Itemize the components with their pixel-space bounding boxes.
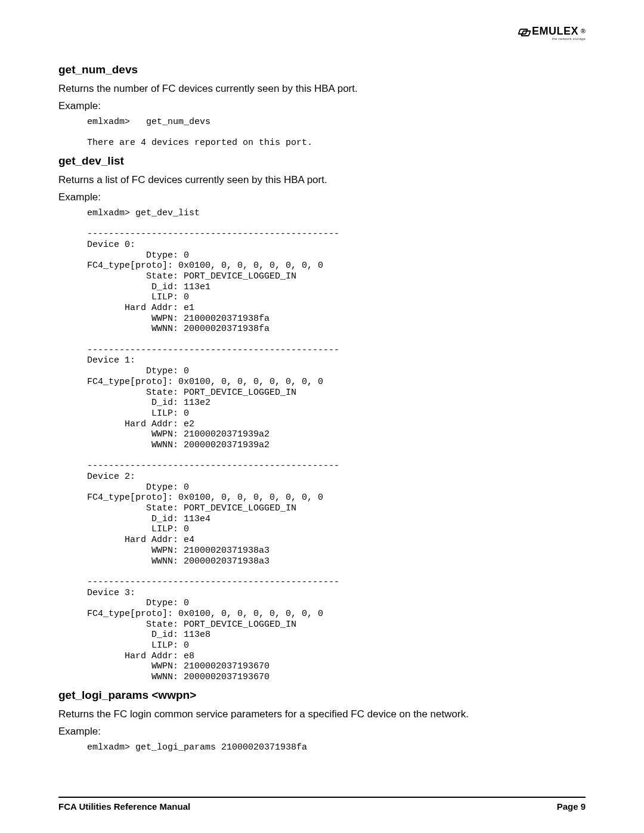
emulex-logo-icon xyxy=(519,27,530,36)
desc-get-num-devs: Returns the number of FC devices current… xyxy=(58,82,586,96)
code-get-num-devs: emlxadm> get_num_devs There are 4 device… xyxy=(87,117,586,148)
code-get-dev-list: emlxadm> get_dev_list ------------------… xyxy=(87,208,586,683)
heading-get-num-devs: get_num_devs xyxy=(58,63,586,76)
footer-title: FCA Utilities Reference Manual xyxy=(58,801,190,812)
footer-page: Page 9 xyxy=(557,801,586,812)
section-get-dev-list: get_dev_list Returns a list of FC device… xyxy=(58,154,586,683)
code-get-logi-params: emlxadm> get_logi_params 21000020371938f… xyxy=(87,742,586,753)
page-footer: FCA Utilities Reference Manual Page 9 xyxy=(58,797,586,812)
brand-name: EMULEX® xyxy=(519,25,586,38)
brand-name-text: EMULEX xyxy=(532,25,578,38)
example-label: Example: xyxy=(58,191,586,205)
example-label: Example: xyxy=(58,100,586,113)
page: EMULEX® the network storage get_num_devs… xyxy=(0,0,644,833)
section-get-num-devs: get_num_devs Returns the number of FC de… xyxy=(58,63,586,148)
desc-get-dev-list: Returns a list of FC devices currently s… xyxy=(58,174,586,187)
brand-trademark-icon: ® xyxy=(581,28,586,35)
brand-block: EMULEX® the network storage xyxy=(519,25,586,41)
heading-get-dev-list: get_dev_list xyxy=(58,154,586,168)
example-label: Example: xyxy=(58,725,586,739)
heading-get-logi-params: get_logi_params <wwpn> xyxy=(58,689,586,702)
desc-get-logi-params: Returns the FC login common service para… xyxy=(58,708,586,721)
section-get-logi-params: get_logi_params <wwpn> Returns the FC lo… xyxy=(58,689,586,753)
